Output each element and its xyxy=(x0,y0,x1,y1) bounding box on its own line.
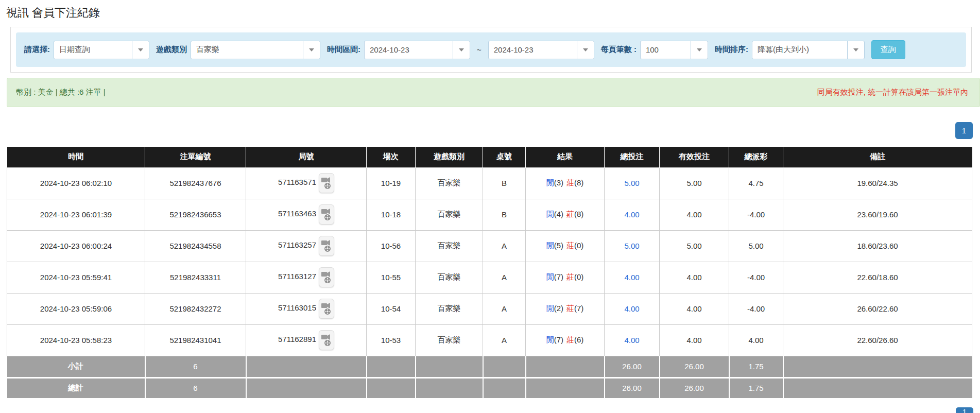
total-row: 總計 6 26.00 26.00 1.75 xyxy=(7,377,972,398)
cell-session: 10-54 xyxy=(367,293,416,324)
result-player-score: (7) xyxy=(554,272,563,281)
cell-time: 2024-10-23 05:58:23 xyxy=(7,324,145,356)
cell-bet-id: 521982431041 xyxy=(145,324,246,356)
cell-time: 2024-10-23 06:01:39 xyxy=(7,199,145,230)
cell-table-no: A xyxy=(483,324,526,356)
cell-valid-bet: 4.00 xyxy=(660,262,729,293)
game-type-label: 遊戲類別 xyxy=(156,45,187,55)
subtotal-payout: 1.75 xyxy=(729,356,783,377)
header-time: 時間 xyxy=(7,147,145,167)
header-game: 遊戲類別 xyxy=(416,147,483,167)
search-button[interactable]: 查詢 xyxy=(871,40,905,59)
cell-session: 10-56 xyxy=(367,230,416,262)
cell-payout: 4.75 xyxy=(729,167,783,199)
result-banker-label: 莊 xyxy=(566,272,574,281)
table-row: 2024-10-23 06:02:10 521982437676 5711635… xyxy=(7,167,972,199)
cell-result: 閒(5)莊(0) xyxy=(526,230,605,262)
cell-table-no: A xyxy=(483,230,526,262)
filter-bar: 請選擇: 日期查詢 遊戲類別 百家樂 時間區間: 2024-10-23 ~ 20… xyxy=(16,32,966,67)
video-replay-icon[interactable] xyxy=(319,236,334,256)
game-type-value: 百家樂 xyxy=(191,45,303,55)
cell-round-id: 571162891 xyxy=(246,324,367,356)
cell-valid-bet: 4.00 xyxy=(660,293,729,324)
cell-total-bet: 4.00 xyxy=(605,324,660,356)
page-size-value: 100 xyxy=(641,45,691,54)
result-player-label: 閒 xyxy=(546,178,554,187)
sort-order-select[interactable]: 降冪(由大到小) xyxy=(752,41,865,59)
cell-time: 2024-10-23 06:00:24 xyxy=(7,230,145,262)
result-player-score: (3) xyxy=(554,178,563,187)
cell-bet-id: 521982434558 xyxy=(145,230,246,262)
query-type-select[interactable]: 日期查詢 xyxy=(54,41,149,59)
result-player-label: 閒 xyxy=(546,335,554,344)
cell-table-no: A xyxy=(483,262,526,293)
table-row: 2024-10-23 05:59:41 521982433311 5711631… xyxy=(7,262,972,293)
query-type-label: 請選擇: xyxy=(24,45,50,55)
result-player-score: (2) xyxy=(554,304,563,313)
page-1-button[interactable]: 1 xyxy=(955,122,973,139)
date-from-select[interactable]: 2024-10-23 xyxy=(364,41,470,59)
page-size-select[interactable]: 100 xyxy=(640,41,708,59)
video-replay-icon[interactable] xyxy=(319,330,334,350)
cell-session: 10-18 xyxy=(367,199,416,230)
chevron-down-icon xyxy=(847,41,864,59)
header-table-no: 桌號 xyxy=(483,147,526,167)
game-type-select[interactable]: 百家樂 xyxy=(191,41,320,59)
round-id-text: 571163257 xyxy=(278,240,316,249)
cell-game: 百家樂 xyxy=(416,324,483,356)
total-bet-link[interactable]: 4.00 xyxy=(624,210,639,219)
total-bet-link[interactable]: 4.00 xyxy=(624,273,639,282)
cell-total-bet: 4.00 xyxy=(605,199,660,230)
total-bet-link[interactable]: 5.00 xyxy=(624,242,639,250)
cell-payout: -4.00 xyxy=(729,199,783,230)
result-player-score: (7) xyxy=(554,335,563,344)
video-replay-icon[interactable] xyxy=(319,267,334,287)
cell-payout: -4.00 xyxy=(729,293,783,324)
cell-remark: 23.60/19.60 xyxy=(783,199,972,230)
date-to-select[interactable]: 2024-10-23 xyxy=(488,41,594,59)
table-row: 2024-10-23 05:58:23 521982431041 5711628… xyxy=(7,324,972,356)
cell-round-id: 571163257 xyxy=(246,230,367,262)
cell-total-bet: 4.00 xyxy=(605,262,660,293)
total-label: 總計 xyxy=(7,377,145,398)
page-size-label: 每頁筆數 : xyxy=(601,45,637,55)
round-id-text: 571163571 xyxy=(278,178,316,186)
cell-valid-bet: 4.00 xyxy=(660,324,729,356)
total-payout: 1.75 xyxy=(729,377,783,398)
cell-session: 10-53 xyxy=(367,324,416,356)
page-1-button-bottom[interactable]: 1 xyxy=(956,407,973,413)
sort-order-value: 降冪(由大到小) xyxy=(752,45,847,55)
header-round-id: 局號 xyxy=(246,147,367,167)
result-banker-score: (8) xyxy=(574,178,583,187)
total-bet-link[interactable]: 4.00 xyxy=(624,336,639,345)
summary-bar: 幣別 : 美金 | 總共 :6 注單 | 同局有效投注, 統一計算在該局第一張注… xyxy=(7,78,980,107)
cell-table-no: B xyxy=(483,167,526,199)
total-bet-link[interactable]: 5.00 xyxy=(624,179,639,187)
summary-note: 同局有效投注, 統一計算在該局第一張注單內 xyxy=(817,88,968,97)
date-from-value: 2024-10-23 xyxy=(365,45,453,54)
cell-remark: 19.60/24.35 xyxy=(783,167,972,199)
tilde-separator: ~ xyxy=(477,45,482,54)
cell-round-id: 571163015 xyxy=(246,293,367,324)
cell-game: 百家樂 xyxy=(416,167,483,199)
total-bet-link[interactable]: 4.00 xyxy=(624,304,639,313)
video-replay-icon[interactable] xyxy=(319,173,334,193)
cell-table-no: B xyxy=(483,199,526,230)
cell-time: 2024-10-23 05:59:41 xyxy=(7,262,145,293)
result-banker-label: 莊 xyxy=(566,178,574,187)
subtotal-label: 小計 xyxy=(7,356,145,377)
cell-valid-bet: 4.00 xyxy=(660,199,729,230)
total-total-bet: 26.00 xyxy=(605,377,660,398)
cell-game: 百家樂 xyxy=(416,293,483,324)
result-banker-score: (6) xyxy=(574,335,583,344)
result-banker-label: 莊 xyxy=(566,210,574,218)
result-player-score: (4) xyxy=(554,210,563,218)
result-banker-score: (7) xyxy=(574,304,583,313)
video-replay-icon[interactable] xyxy=(319,204,334,225)
chevron-down-icon xyxy=(132,41,149,59)
subtotal-valid-bet: 26.00 xyxy=(660,356,729,377)
result-banker-label: 莊 xyxy=(566,304,574,313)
table-row: 2024-10-23 05:59:06 521982432272 5711630… xyxy=(7,293,972,324)
video-replay-icon[interactable] xyxy=(319,299,334,319)
round-id-text: 571163015 xyxy=(278,303,316,312)
